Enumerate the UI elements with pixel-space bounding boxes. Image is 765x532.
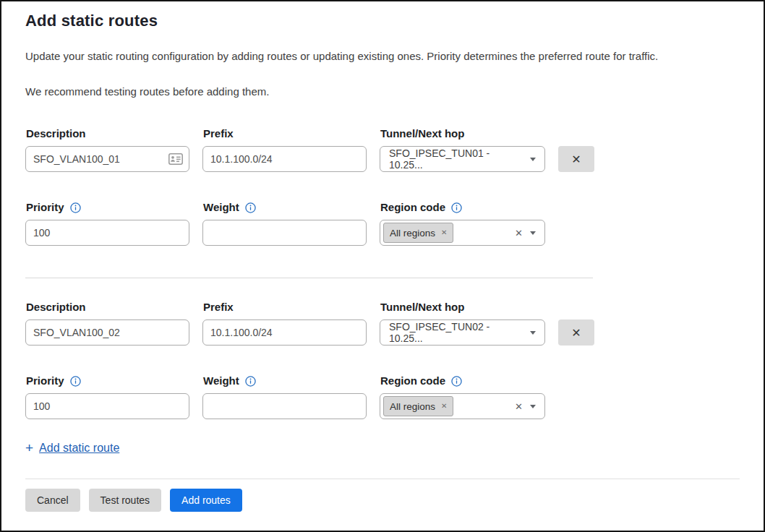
add-static-route-link[interactable]: + Add static route [25,441,119,455]
region-code-multiselect[interactable]: All regions ✕ ✕ [380,220,545,246]
tunnel-next-hop-label: Tunnel/Next hop [380,126,545,141]
weight-input[interactable] [202,220,367,246]
weight-label: Weight [203,374,239,388]
chevron-down-icon [530,331,536,335]
prefix-label: Prefix [203,300,367,314]
add-static-route-label: Add static route [39,442,119,455]
description-label: Description [26,300,189,314]
info-icon[interactable] [245,202,256,213]
info-icon[interactable] [70,202,81,213]
dialog-intro-text: Update your static routing configuration… [25,48,740,64]
plus-icon: + [25,441,33,455]
page-title: Add static routes [25,11,740,31]
weight-input[interactable] [202,393,367,419]
tunnel-next-hop-value: SFO_IPSEC_TUN01 - 10.25... [389,147,524,171]
tag-remove-icon[interactable]: ✕ [441,229,447,236]
weight-label: Weight [203,200,239,215]
prefix-label: Prefix [203,126,367,141]
add-static-routes-dialog: Add static routes Update your static rou… [0,0,765,532]
tunnel-next-hop-select[interactable]: SFO_IPSEC_TUN01 - 10.25... [380,146,545,172]
priority-input[interactable] [25,393,189,419]
priority-input[interactable] [25,220,189,246]
prefix-input[interactable] [202,146,367,172]
chevron-down-icon [530,405,536,408]
region-tag: All regions ✕ [383,223,453,243]
prefix-input[interactable] [202,319,367,346]
description-input[interactable] [25,319,189,346]
clear-icon[interactable]: ✕ [515,228,523,238]
description-label: Description [26,126,189,141]
region-code-label: Region code [380,200,445,215]
info-icon[interactable] [451,202,462,213]
remove-route-button[interactable]: ✕ [558,146,594,172]
route-entry-1: Description [25,126,740,246]
priority-label: Priority [26,374,64,388]
region-code-multiselect[interactable]: All regions ✕ ✕ [380,393,545,419]
test-routes-button[interactable]: Test routes [89,489,161,512]
info-icon[interactable] [451,376,462,387]
description-input[interactable] [25,146,189,172]
footer-divider [25,479,740,479]
chevron-down-icon [530,158,536,161]
priority-label: Priority [26,200,64,215]
clear-icon[interactable]: ✕ [515,402,523,411]
dialog-recommendation-text: We recommend testing routes before addin… [25,84,740,99]
region-tag-label: All regions [390,401,435,412]
info-icon[interactable] [245,376,256,387]
cancel-button[interactable]: Cancel [25,489,80,512]
route-divider [25,278,593,278]
info-icon[interactable] [70,376,81,387]
tunnel-next-hop-value: SFO_IPSEC_TUN02 - 10.25... [389,321,524,344]
contact-card-icon[interactable] [168,153,183,165]
footer-actions: Cancel Test routes Add routes [25,489,740,512]
add-routes-button[interactable]: Add routes [170,489,242,512]
remove-route-button[interactable]: ✕ [558,319,594,346]
chevron-down-icon [530,231,536,235]
tunnel-next-hop-label: Tunnel/Next hop [380,300,545,314]
region-tag: All regions ✕ [383,396,453,416]
route-entry-2: Description Prefix Tunnel/Next hop SFO_I… [25,300,740,419]
tunnel-next-hop-select[interactable]: SFO_IPSEC_TUN02 - 10.25... [380,319,545,346]
tag-remove-icon[interactable]: ✕ [441,403,447,410]
region-tag-label: All regions [390,228,435,239]
region-code-label: Region code [380,374,445,388]
